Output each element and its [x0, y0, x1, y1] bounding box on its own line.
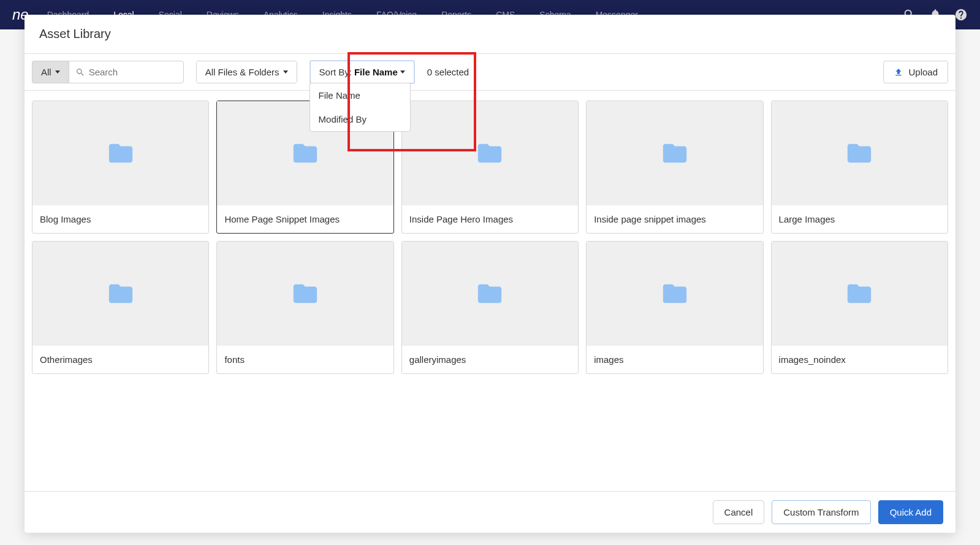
asset-library-modal: Asset Library All All Files & Folders So…	[25, 15, 955, 29]
modal-title: Asset Library	[25, 15, 955, 29]
help-icon[interactable]	[954, 8, 968, 21]
